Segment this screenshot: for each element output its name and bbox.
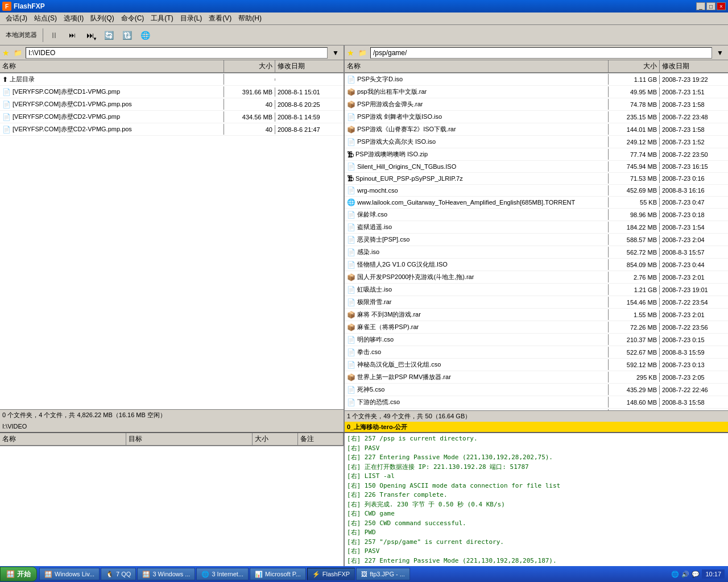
table-row[interactable]: 📦 世界上第一款PSP RMV播放器.rar 295 KB 2008-7-23 … — [345, 371, 728, 384]
table-row[interactable]: 📄 恶灵骑士[PSP].cso 588.57 MB 2008-7-23 2:04 — [345, 234, 728, 246]
left-address-input[interactable] — [26, 47, 328, 59]
table-row[interactable]: 📄 极限滑雪.rar 154.46 MB 2008-7-22 23:54 — [345, 296, 728, 309]
taskbar-item-3[interactable]: 🌐 3 Internet... — [196, 568, 249, 580]
table-row[interactable]: 📄 [VERYFSP.COM]赤壁CD2-VPMG.pmp.pos 40 200… — [0, 123, 344, 136]
table-row[interactable]: 📄 拳击.cso 522.67 MB 2008-8-3 15:59 — [345, 346, 728, 359]
right-file-name-21: 📄 明的哆咋.cso — [345, 334, 609, 345]
table-row[interactable]: 📦 国人开发PSP2000扑克游戏(斗地主,拖).rar 2.76 MB 200… — [345, 271, 728, 284]
menu-queue[interactable]: 队列(Q) — [87, 13, 117, 24]
taskbar-item-1[interactable]: 🐧 7 QQ — [101, 568, 136, 580]
table-row[interactable]: 🗜 PSP游戏噢哟噢哟 ISO.zip 77.74 MB 2008-7-22 2… — [345, 148, 728, 161]
table-row[interactable]: 📄 保龄球.cso 98.96 MB 2008-7-23 0:18 — [345, 209, 728, 221]
table-row[interactable]: 📄 盗狱逍遥.iso 184.22 MB 2008-7-23 1:54 — [345, 221, 728, 234]
menu-command[interactable]: 命令(C) — [118, 13, 148, 24]
right-file-date-26: 2008-8-3 15:58 — [660, 398, 728, 407]
table-row[interactable]: 📦 PSP游戏《山脊赛车2》ISO下载.rar 144.01 MB 2008-7… — [345, 123, 728, 136]
left-file-list[interactable]: ⬆ 上层目录 📄 [VERYFSP.COM]赤壁CD1-VPMG.pmp 391… — [0, 73, 344, 409]
left-col-size[interactable]: 大小 — [224, 60, 275, 72]
right-address-input[interactable] — [370, 47, 712, 59]
taskbar-label-6: ftp3.JPG - ... — [370, 571, 405, 577]
menu-options[interactable]: 选项(I) — [60, 13, 87, 24]
table-row[interactable]: 📦 psp我的出租车中文版.rar 49.95 MB 2008-7-23 1:5… — [345, 86, 728, 98]
menu-help[interactable]: 帮助(H) — [235, 13, 265, 24]
left-star-icon[interactable]: ★ — [2, 48, 10, 57]
table-row[interactable]: 📄 PSP游戏 剑舞者中文版ISO.iso 235.15 MB 2008-7-2… — [345, 111, 728, 123]
right-file-size-6: 77.74 MB — [609, 150, 660, 159]
right-col-date[interactable]: 修改日期 — [660, 60, 728, 72]
right-file-list[interactable]: 📄 PSP头文字D.iso 1.11 GB 2008-7-23 19:22 📦 … — [345, 73, 728, 410]
table-row[interactable]: 📄 wrg-mocht.cso 452.69 MB 2008-8-3 16:16 — [345, 185, 728, 197]
taskbar-label-3: 3 Internet... — [212, 571, 243, 577]
table-row[interactable]: 📄 PSP游戏大众高尔夫 ISO.iso 249.12 MB 2008-7-23… — [345, 136, 728, 148]
table-row[interactable]: 📄 死神5.cso 435.29 MB 2008-7-22 22:46 — [345, 384, 728, 396]
queue-col-target: 目标 — [126, 433, 253, 445]
table-row[interactable]: 📄 [VERYFSP.COM]赤壁CD1-VPMG.pmp 391.66 MB … — [0, 86, 344, 98]
close-button[interactable]: × — [717, 2, 726, 10]
table-row[interactable]: 📄 [VERYFSP.COM]赤壁CD1-VPMG.pmp.pos 40 200… — [0, 98, 344, 111]
table-row[interactable]: 📄 Silent_Hill_Origins_CN_TGBus.ISO 745.9… — [345, 161, 728, 173]
right-file-name-6: 🗜 PSP游戏噢哟噢哟 ISO.zip — [345, 149, 609, 160]
maximize-button[interactable]: □ — [706, 2, 715, 10]
right-file-name-9: 📄 wrg-mocht.cso — [345, 185, 609, 196]
table-row[interactable]: 📄 虹吸战士.iso 1.21 GB 2008-7-23 19:01 — [345, 284, 728, 296]
right-file-size-23: 592.12 MB — [609, 360, 660, 369]
right-folder-icon[interactable]: 📁 — [357, 47, 368, 59]
table-row[interactable]: 📄 PSP头文字D.iso 1.11 GB 2008-7-23 19:22 — [345, 73, 728, 86]
nav-btn-1[interactable]: ⏭ — [64, 27, 81, 43]
right-dropdown-btn[interactable]: ▼ — [714, 47, 726, 59]
minimize-button[interactable]: _ — [696, 2, 705, 10]
nav-btn-2[interactable]: ⏭▼ — [82, 27, 99, 43]
left-folder-icon[interactable]: 📁 — [12, 47, 23, 59]
taskbar-icon-2: 🪟 — [142, 571, 150, 578]
table-row[interactable]: 📄 怪物猎人2G V1.0 CG汉化组.ISO 854.09 MB 2008-7… — [345, 259, 728, 271]
taskbar-label-4: Microsoft P... — [265, 571, 301, 577]
menu-view[interactable]: 查看(V) — [205, 13, 235, 24]
start-button[interactable]: 🪟 开始 — [0, 567, 37, 581]
taskbar-label-5: FlashFXP — [322, 571, 350, 577]
menu-tools[interactable]: 工具(T) — [147, 13, 176, 24]
table-row[interactable]: 📦 PSP用游戏合金弹头.rar 74.78 MB 2008-7-23 1:58 — [345, 98, 728, 111]
globe-btn[interactable]: 🌐 — [136, 27, 154, 43]
table-row[interactable]: 📦 麻雀王（将将PSP).rar 72.26 MB 2008-7-22 23:5… — [345, 321, 728, 334]
right-file-name-12: 📄 盗狱逍遥.iso — [345, 222, 609, 232]
right-file-date-24: 2008-7-23 2:05 — [660, 373, 728, 382]
right-star-icon[interactable]: ★ — [347, 48, 354, 57]
left-col-date[interactable]: 修改日期 — [275, 60, 344, 72]
table-row[interactable]: ⬆ 上层目录 — [0, 73, 344, 86]
menu-site[interactable]: 站点(S) — [31, 13, 60, 24]
table-row[interactable]: 📄 感染.iso 562.72 MB 2008-8-3 15:57 — [345, 246, 728, 259]
taskbar-item-0[interactable]: 🪟 Windows Liv... — [39, 568, 100, 580]
up-dir-icon: ⬆ — [2, 76, 8, 84]
left-path-bar: I:\VIDEO — [0, 421, 344, 432]
taskbar-item-4[interactable]: 📊 Microsoft P... — [250, 568, 306, 580]
left-file-size-4: 40 — [224, 125, 275, 134]
left-dropdown-btn[interactable]: ▼ — [330, 47, 341, 59]
table-row[interactable]: 📄 下游的恐慌.cso 148.60 MB 2008-8-3 15:58 — [345, 396, 728, 409]
taskbar-item-6[interactable]: 🖼 ftp3.JPG - ... — [356, 568, 410, 580]
file-icon-3: 📄 — [2, 113, 11, 121]
right-file-icon-2: 📦 — [347, 101, 355, 109]
table-row[interactable]: 🗜 Spinout_EUR_PSP-pSyPSP_JLRIP.7z 71.53 … — [345, 173, 728, 185]
right-file-name-7: 📄 Silent_Hill_Origins_CN_TGBus.ISO — [345, 161, 609, 172]
refresh-btn[interactable]: 🔄 — [100, 27, 117, 43]
menu-session[interactable]: 会话(J) — [2, 13, 31, 24]
left-col-name[interactable]: 名称 — [0, 60, 224, 72]
right-file-size-12: 184.22 MB — [609, 223, 660, 232]
taskbar-item-5[interactable]: ⚡ FlashFXP — [307, 568, 355, 580]
table-row[interactable]: 📄 明的哆咋.cso 210.37 MB 2008-7-23 0:15 — [345, 334, 728, 346]
right-file-name-17: 📄 虹吸战士.iso — [345, 284, 609, 295]
right-col-name[interactable]: 名称 — [345, 60, 609, 72]
table-row[interactable]: 📄 [VERYFSP.COM]赤壁CD2-VPMG.pmp 434.56 MB … — [0, 111, 344, 123]
table-row[interactable]: 📦 麻将 不到3M的游戏.rar 1.55 MB 2008-7-23 2:01 — [345, 309, 728, 321]
pause-btn[interactable]: ⏸ — [46, 27, 63, 43]
queue-list[interactable] — [0, 446, 344, 582]
right-col-size[interactable]: 大小 — [609, 60, 660, 72]
right-file-icon-3: 📄 — [347, 113, 355, 121]
queue-col-note: 备注 — [298, 433, 344, 445]
table-row[interactable]: 🌐 www.lailook.com_Guitarway_ToHeaven_Amp… — [345, 197, 728, 209]
refresh-btn2[interactable]: 🔃 — [118, 27, 135, 43]
taskbar-item-2[interactable]: 🪟 3 Windows ... — [137, 568, 195, 580]
right-file-size-24: 295 KB — [609, 373, 660, 382]
menu-directory[interactable]: 目录(L) — [177, 13, 206, 24]
table-row[interactable]: 📄 神秘岛汉化版_巴士汉化组.cso 592.12 MB 2008-7-23 0… — [345, 359, 728, 371]
